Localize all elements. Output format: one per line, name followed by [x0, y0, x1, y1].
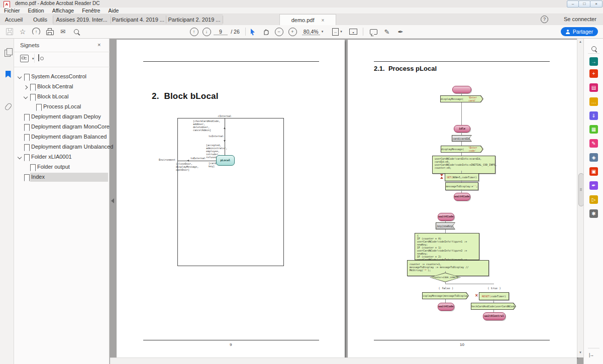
compress-pdf-icon[interactable]: ▣ [589, 167, 598, 176]
section-heading: 2. Block bLocal [152, 91, 219, 101]
bookmark-deployment-unbalanced[interactable]: Deployment diagram Unbalanced [14, 143, 110, 152]
protect-icon[interactable]: ◈ [589, 153, 598, 162]
comment-tool-icon[interactable]: … [589, 97, 598, 106]
acrobat-reader-window: A demo.pdf - Adobe Acrobat Reader DC – □… [0, 0, 603, 364]
create-pdf-icon[interactable]: + [589, 69, 598, 78]
scroll-up-icon[interactable]: ▲ [579, 40, 582, 43]
connector [461, 92, 462, 95]
tab-close-icon[interactable]: × [322, 18, 325, 23]
sign-in-link[interactable]: Se connecter [564, 16, 596, 22]
close-button[interactable]: × [590, 1, 602, 8]
menu-bar: Fichier Edition Affichage Fenêtre Aide [0, 8, 603, 14]
fill-sign-toolbar-icon[interactable]: ✒ [395, 25, 406, 38]
zoom-out-icon[interactable]: − [274, 25, 284, 38]
find-icon[interactable] [71, 25, 82, 38]
arrow-down-icon [224, 140, 226, 142]
bookmark-process-plocal[interactable]: Process pLocal [14, 103, 110, 112]
email-icon[interactable]: ✉ [57, 25, 68, 38]
cloud-upload-icon[interactable]: ↑ [31, 25, 42, 38]
tab-assises-2019[interactable]: Assises 2019. Inter... [53, 14, 111, 25]
bookmark-icon [36, 104, 42, 111]
connector [461, 132, 462, 135]
bookmark-block-bcentral[interactable]: Block bCentral [14, 83, 110, 92]
divider [588, 348, 599, 348]
zoom-in-icon[interactable]: + [287, 25, 297, 38]
page-thumbnails-icon[interactable] [4, 47, 12, 60]
restore-button[interactable]: □ [578, 1, 590, 8]
share-button[interactable]: Partager [561, 27, 598, 36]
previous-page-icon[interactable]: ↑ [189, 25, 199, 38]
tab-participant-2[interactable]: Participant 2. 2019 ... [166, 14, 223, 25]
minimize-button[interactable]: – [567, 1, 579, 8]
zoom-level-select[interactable]: 80,4%▾ [300, 25, 325, 38]
bookmarks-panel-icon[interactable] [4, 68, 12, 81]
chevron-down-icon[interactable] [18, 155, 22, 159]
organize-pages-icon[interactable]: ▦ [589, 125, 598, 134]
send-comments-icon[interactable]: ▷ [589, 195, 598, 204]
flow-receive-card: card(cardId) [452, 135, 472, 142]
connector [493, 299, 494, 303]
bookmarks-panel: Signets × ▾ System AccessControl Block [14, 39, 110, 364]
scrollbar-thumb[interactable] [578, 173, 584, 206]
print-icon[interactable] [44, 25, 55, 38]
bookmark-folder-xlia0001[interactable]: Folder xLIA0001 [14, 153, 110, 162]
bookmark-deployment-monocore[interactable]: Deployment diagram MonoCore [14, 123, 110, 132]
next-page-icon[interactable]: ↓ [202, 25, 212, 38]
star-icon[interactable]: ☆ [17, 25, 28, 38]
export-pdf-icon[interactable]: → [589, 57, 598, 66]
edit-pdf-icon[interactable]: ▤ [589, 83, 598, 92]
tab-participant-4[interactable]: Participant 4. 2019 ... [111, 14, 166, 25]
scroll-down-icon[interactable]: ▼ [579, 351, 582, 354]
menu-aide[interactable]: Aide [108, 8, 119, 14]
flow-assignment-block: userCardNCode!cardInfo:=cardId, cardId:=… [432, 156, 495, 174]
bookmark-index[interactable]: Index [14, 173, 110, 182]
menu-affichage[interactable]: Affichage [52, 8, 74, 14]
fill-sign-icon[interactable]: ✎ [589, 139, 598, 148]
bookmark-deployment-balanced[interactable]: Deployment diagram Balanced [14, 133, 110, 142]
current-bookmark-button[interactable] [38, 55, 39, 61]
toolbar-separator [245, 28, 246, 36]
bookmark-icon [24, 124, 30, 131]
channel-label: cInternal [210, 114, 240, 117]
select-tool-icon[interactable] [247, 25, 257, 38]
header-rule [143, 61, 319, 62]
highlight-pen-icon[interactable]: ✎ [381, 25, 392, 38]
tab-outils[interactable]: Outils [28, 14, 53, 25]
bookmark-deployment-deploy[interactable]: Deployment diagram Deploy [14, 113, 110, 122]
tab-accueil[interactable]: Accueil [0, 14, 28, 25]
flow-send-display-message: displayMessage(messageToDisplay) [422, 292, 469, 299]
page-number-input[interactable]: 9 [214, 25, 227, 38]
certificates-icon[interactable]: ✒ [589, 181, 598, 190]
menu-fenetre[interactable]: Fenêtre [82, 8, 100, 14]
title-bar: A demo.pdf - Adobe Acrobat Reader DC – □… [0, 0, 603, 8]
save-icon[interactable] [4, 25, 15, 38]
menu-edition[interactable]: Edition [28, 8, 44, 14]
bookmarks-options-button[interactable]: ▾ [20, 55, 34, 62]
chevron-down-icon[interactable] [24, 95, 28, 99]
combine-files-icon[interactable]: ⇓ [589, 111, 598, 120]
environment-label: Environment [159, 158, 175, 161]
chevron-right-icon[interactable] [24, 85, 28, 89]
more-tools-icon[interactable]: ✱ [589, 209, 598, 218]
bookmarks-panel-title: Signets [20, 42, 39, 48]
bookmark-block-blocal[interactable]: Block bLocal [14, 93, 110, 102]
bookmark-system-accesscontrol[interactable]: System AccessControl [14, 73, 110, 82]
page-display-icon[interactable]: ▾ [348, 25, 359, 38]
menu-fichier[interactable]: Fichier [4, 8, 20, 14]
divider [588, 53, 599, 54]
bookmark-folder-output[interactable]: Folder output [14, 163, 110, 172]
comment-icon[interactable] [368, 25, 379, 38]
horizontal-scrollbar[interactable] [110, 357, 577, 364]
collapse-left-panel-handle[interactable] [111, 198, 114, 203]
hand-tool-icon[interactable] [260, 25, 271, 38]
connector [461, 102, 462, 125]
vertical-scrollbar[interactable]: ▲ ▼ [577, 39, 583, 357]
adobe-reader-icon: A [4, 1, 10, 8]
help-icon[interactable]: ? [541, 16, 548, 23]
expand-panel-icon[interactable]: |→ [589, 352, 593, 357]
attachments-icon[interactable] [4, 100, 12, 113]
fit-page-icon[interactable]: ↔▾ [331, 25, 344, 38]
chevron-down-icon[interactable] [18, 75, 22, 79]
tab-demo-pdf[interactable]: demo.pdf × [279, 14, 336, 26]
bookmarks-close-icon[interactable]: × [97, 42, 100, 48]
